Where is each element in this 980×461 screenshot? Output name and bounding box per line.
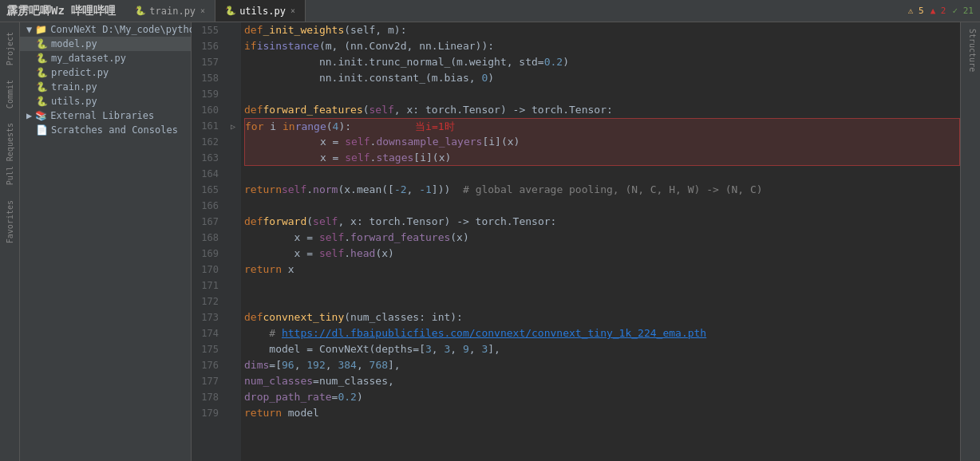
py-icon-model: 🐍 [36, 38, 48, 49]
file-utils-label: utils.py [51, 96, 97, 107]
file-model[interactable]: 🐍 model.py [20, 37, 191, 51]
tab-train-close[interactable]: × [200, 6, 205, 15]
code-lines[interactable]: def _init_weights(self, m): if isinstanc… [241, 22, 960, 461]
scratches-consoles[interactable]: 📄 Scratches and Consoles [20, 123, 191, 137]
project-tab[interactable]: Project [2, 26, 18, 72]
code-line-155: def _init_weights(self, m): [244, 22, 960, 38]
favorites-tab[interactable]: Favorites [2, 194, 18, 250]
file-my-dataset[interactable]: 🐍 my_dataset.py [20, 51, 191, 65]
file-predict-label: predict.py [51, 67, 109, 78]
code-line-161: for i in range(4):当i=1时 [244, 118, 960, 134]
left-sidebar: ▼ 📁 ConvNeXt D:\My_code\python 🐍 model.p… [20, 22, 192, 461]
pull-requests-tab[interactable]: Pull Requests [2, 116, 18, 191]
code-line-177: num_classes=num_classes, [244, 373, 960, 389]
top-bar: 霹雳吧唧Wz 哔哩哔哩 🐍 train.py × 🐍 utils.py × ⚠ … [0, 0, 980, 22]
code-line-167: def forward(self, x: torch.Tensor) -> to… [244, 214, 960, 230]
structure-tab[interactable]: Structure [961, 22, 980, 78]
code-line-179: return model [244, 405, 960, 421]
external-libraries-label: External Libraries [50, 110, 154, 121]
app-logo: 霹雳吧唧Wz 哔哩哔哩 [6, 4, 116, 18]
scratches-icon: 📄 [36, 124, 48, 136]
editor-area: 1551561571581591601611621631641651661671… [192, 22, 960, 461]
tab-train[interactable]: 🐍 train.py × [125, 0, 215, 22]
py-icon-predict: 🐍 [36, 67, 48, 78]
file-train-label: train.py [51, 81, 97, 93]
tab-train-label: train.py [149, 6, 196, 17]
train-file-icon: 🐍 [135, 6, 146, 16]
errors-badge[interactable]: ▲ 2 [931, 6, 946, 16]
code-line-168: x = self.forward_features(x) [244, 230, 960, 246]
code-line-160: def forward_features(self, x: torch.Tens… [244, 102, 960, 118]
folder-icon: 📁 [35, 24, 47, 35]
ok-badge: ✓ 21 [953, 6, 974, 16]
code-line-170: return x [244, 262, 960, 278]
code-line-159 [244, 86, 960, 102]
tab-bar: 🐍 train.py × 🐍 utils.py × [125, 0, 306, 22]
file-predict[interactable]: 🐍 predict.py [20, 65, 191, 80]
code-container[interactable]: 1551561571581591601611621631641651661671… [192, 22, 960, 461]
code-line-173: def convnext_tiny(num_classes: int): [244, 309, 960, 325]
py-icon-train: 🐍 [36, 81, 48, 93]
main-content: Project Commit Pull Requests Favorites ▼… [0, 22, 980, 461]
ext-lib-icon: 📚 [35, 110, 47, 121]
code-line-174: # https://dl.fbaipublicfiles.com/convnex… [244, 325, 960, 341]
project-root-label: ConvNeXt D:\My_code\python [50, 24, 200, 35]
commit-tab[interactable]: Commit [2, 73, 18, 115]
right-vertical-tabs: Structure [960, 22, 980, 461]
file-model-label: model.py [51, 38, 97, 49]
py-icon-utils: 🐍 [36, 96, 48, 107]
code-line-166 [244, 198, 960, 214]
code-line-169: x = self.head(x) [244, 246, 960, 262]
warnings-badge[interactable]: ⚠ 5 [908, 6, 924, 16]
left-vertical-tabs: Project Commit Pull Requests Favorites [0, 22, 20, 461]
code-line-163: x = self.stages[i](x) [244, 150, 960, 166]
top-right-badges: ⚠ 5 ▲ 2 ✓ 21 [908, 6, 974, 16]
code-line-175: model = ConvNeXt(depths=[3, 3, 9, 3], [244, 341, 960, 357]
file-dataset-label: my_dataset.py [51, 53, 126, 64]
chevron-right-icon: ▶ [26, 110, 32, 121]
code-line-171 [244, 278, 960, 294]
code-line-165: return self.norm(x.mean([-2, -1])) # glo… [244, 182, 960, 198]
line-numbers: 1551561571581591601611621631641651661671… [192, 22, 225, 461]
external-libraries[interactable]: ▶ 📚 External Libraries [20, 108, 191, 123]
py-icon-dataset: 🐍 [36, 53, 48, 64]
code-line-157: nn.init.trunc_normal_(m.weight, std=0.2) [244, 54, 960, 70]
utils-file-icon: 🐍 [225, 6, 236, 16]
file-utils[interactable]: 🐍 utils.py [20, 94, 191, 108]
project-root[interactable]: ▼ 📁 ConvNeXt D:\My_code\python [20, 22, 191, 37]
scratches-label: Scratches and Consoles [51, 124, 178, 136]
code-line-158: nn.init.constant_(m.bias, 0) [244, 70, 960, 86]
code-line-178: drop_path_rate=0.2) [244, 389, 960, 405]
chevron-down-icon: ▼ [26, 24, 32, 35]
code-line-164 [244, 166, 960, 182]
gutter: ▷ [225, 22, 241, 461]
file-train[interactable]: 🐍 train.py [20, 80, 191, 94]
code-line-172 [244, 294, 960, 309]
tab-utils[interactable]: 🐍 utils.py × [215, 0, 306, 22]
tab-utils-close[interactable]: × [290, 6, 295, 15]
tab-utils-label: utils.py [239, 6, 286, 17]
code-line-156: if isinstance(m, (nn.Conv2d, nn.Linear))… [244, 38, 960, 54]
code-line-176: dims=[96, 192, 384, 768], [244, 357, 960, 373]
code-line-162: x = self.downsample_layers[i](x) [244, 134, 960, 150]
